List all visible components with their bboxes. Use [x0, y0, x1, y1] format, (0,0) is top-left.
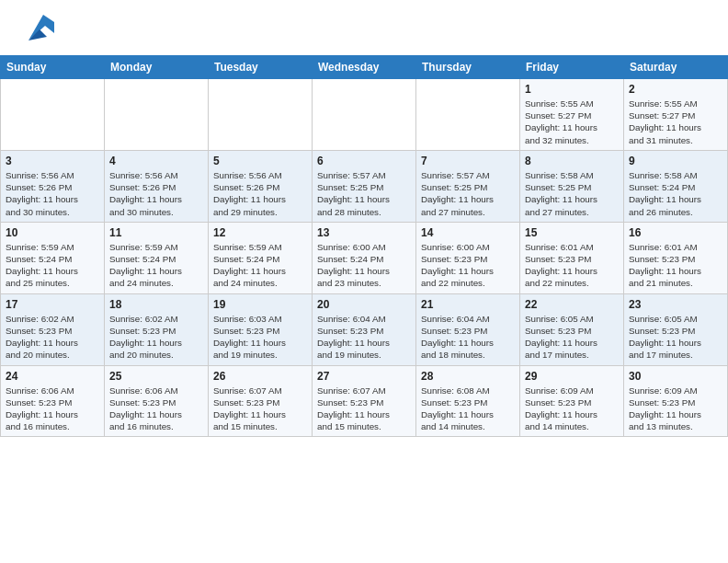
calendar-cell: 21Sunrise: 6:04 AM Sunset: 5:23 PM Dayli…: [416, 293, 520, 365]
header: [0, 0, 728, 55]
calendar-cell: 27Sunrise: 6:07 AM Sunset: 5:23 PM Dayli…: [313, 365, 416, 437]
weekday-header-saturday: Saturday: [624, 56, 728, 79]
calendar-cell: [1, 79, 105, 151]
day-number: 26: [213, 370, 307, 383]
day-info: Sunrise: 5:58 AM Sunset: 5:25 PM Dayligh…: [525, 169, 619, 218]
day-number: 23: [629, 298, 722, 311]
calendar-cell: 16Sunrise: 6:01 AM Sunset: 5:23 PM Dayli…: [624, 222, 728, 293]
calendar-cell: 29Sunrise: 6:09 AM Sunset: 5:23 PM Dayli…: [520, 365, 624, 437]
day-info: Sunrise: 6:09 AM Sunset: 5:23 PM Dayligh…: [629, 385, 722, 433]
calendar-cell: 1Sunrise: 5:55 AM Sunset: 5:27 PM Daylig…: [520, 79, 624, 151]
weekday-header-monday: Monday: [105, 56, 209, 79]
day-number: 10: [6, 226, 99, 239]
calendar-cell: 17Sunrise: 6:02 AM Sunset: 5:23 PM Dayli…: [1, 293, 105, 365]
calendar-cell: [105, 79, 209, 151]
day-info: Sunrise: 6:02 AM Sunset: 5:23 PM Dayligh…: [6, 313, 99, 362]
day-number: 3: [6, 155, 99, 167]
calendar-cell: 13Sunrise: 6:00 AM Sunset: 5:24 PM Dayli…: [313, 222, 416, 293]
calendar-cell: 4Sunrise: 5:56 AM Sunset: 5:26 PM Daylig…: [105, 150, 209, 222]
calendar-cell: 2Sunrise: 5:55 AM Sunset: 5:27 PM Daylig…: [624, 79, 728, 151]
logo-icon: [19, 13, 54, 48]
day-number: 14: [421, 226, 515, 239]
day-info: Sunrise: 6:06 AM Sunset: 5:23 PM Dayligh…: [109, 385, 203, 433]
calendar-cell: 3Sunrise: 5:56 AM Sunset: 5:26 PM Daylig…: [1, 150, 105, 222]
day-number: 8: [525, 155, 619, 167]
calendar-cell: 10Sunrise: 5:59 AM Sunset: 5:24 PM Dayli…: [1, 222, 105, 293]
day-info: Sunrise: 5:55 AM Sunset: 5:27 PM Dayligh…: [629, 98, 722, 146]
day-info: Sunrise: 6:01 AM Sunset: 5:23 PM Dayligh…: [525, 241, 619, 290]
day-info: Sunrise: 6:02 AM Sunset: 5:23 PM Dayligh…: [109, 313, 203, 362]
day-info: Sunrise: 5:57 AM Sunset: 5:25 PM Dayligh…: [317, 169, 411, 218]
weekday-header-sunday: Sunday: [1, 56, 105, 79]
day-info: Sunrise: 6:07 AM Sunset: 5:23 PM Dayligh…: [213, 385, 307, 433]
day-info: Sunrise: 5:56 AM Sunset: 5:26 PM Dayligh…: [109, 169, 203, 218]
day-number: 6: [317, 155, 411, 167]
day-number: 12: [213, 226, 307, 239]
day-number: 7: [421, 155, 515, 167]
day-number: 11: [109, 226, 203, 239]
day-number: 18: [109, 298, 203, 311]
calendar-cell: 22Sunrise: 6:05 AM Sunset: 5:23 PM Dayli…: [520, 293, 624, 365]
day-number: 5: [213, 155, 307, 167]
calendar-cell: 23Sunrise: 6:05 AM Sunset: 5:23 PM Dayli…: [624, 293, 728, 365]
calendar-cell: 24Sunrise: 6:06 AM Sunset: 5:23 PM Dayli…: [1, 365, 105, 437]
day-info: Sunrise: 6:00 AM Sunset: 5:23 PM Dayligh…: [421, 241, 515, 290]
calendar-week-row: 17Sunrise: 6:02 AM Sunset: 5:23 PM Dayli…: [1, 293, 728, 365]
calendar-week-row: 3Sunrise: 5:56 AM Sunset: 5:26 PM Daylig…: [1, 150, 728, 222]
calendar-week-row: 10Sunrise: 5:59 AM Sunset: 5:24 PM Dayli…: [1, 222, 728, 293]
day-number: 21: [421, 298, 515, 311]
day-info: Sunrise: 6:01 AM Sunset: 5:23 PM Dayligh…: [629, 241, 722, 290]
day-number: 2: [629, 83, 722, 96]
calendar-cell: [416, 79, 520, 151]
calendar-cell: 12Sunrise: 5:59 AM Sunset: 5:24 PM Dayli…: [209, 222, 313, 293]
calendar-week-row: 24Sunrise: 6:06 AM Sunset: 5:23 PM Dayli…: [1, 365, 728, 437]
calendar-table: SundayMondayTuesdayWednesdayThursdayFrid…: [0, 55, 728, 437]
calendar-cell: 11Sunrise: 5:59 AM Sunset: 5:24 PM Dayli…: [105, 222, 209, 293]
day-info: Sunrise: 5:55 AM Sunset: 5:27 PM Dayligh…: [525, 98, 619, 146]
weekday-header-thursday: Thursday: [416, 56, 520, 79]
day-info: Sunrise: 5:59 AM Sunset: 5:24 PM Dayligh…: [109, 241, 203, 290]
day-number: 27: [317, 370, 411, 383]
weekday-header-wednesday: Wednesday: [313, 56, 416, 79]
day-number: 9: [629, 155, 722, 167]
calendar-cell: [209, 79, 313, 151]
day-number: 4: [109, 155, 203, 167]
weekday-header-tuesday: Tuesday: [209, 56, 313, 79]
logo: [17, 13, 54, 48]
day-info: Sunrise: 6:04 AM Sunset: 5:23 PM Dayligh…: [317, 313, 411, 362]
day-info: Sunrise: 6:07 AM Sunset: 5:23 PM Dayligh…: [317, 385, 411, 433]
calendar-cell: 15Sunrise: 6:01 AM Sunset: 5:23 PM Dayli…: [520, 222, 624, 293]
day-number: 16: [629, 226, 722, 239]
day-info: Sunrise: 6:04 AM Sunset: 5:23 PM Dayligh…: [421, 313, 515, 362]
day-number: 19: [213, 298, 307, 311]
calendar-cell: 18Sunrise: 6:02 AM Sunset: 5:23 PM Dayli…: [105, 293, 209, 365]
day-info: Sunrise: 6:03 AM Sunset: 5:23 PM Dayligh…: [213, 313, 307, 362]
day-info: Sunrise: 5:59 AM Sunset: 5:24 PM Dayligh…: [213, 241, 307, 290]
day-number: 1: [525, 83, 619, 96]
calendar-cell: 7Sunrise: 5:57 AM Sunset: 5:25 PM Daylig…: [416, 150, 520, 222]
day-number: 24: [6, 370, 99, 383]
day-number: 29: [525, 370, 619, 383]
calendar-cell: 5Sunrise: 5:56 AM Sunset: 5:26 PM Daylig…: [209, 150, 313, 222]
day-info: Sunrise: 5:58 AM Sunset: 5:24 PM Dayligh…: [629, 169, 722, 218]
day-info: Sunrise: 5:59 AM Sunset: 5:24 PM Dayligh…: [6, 241, 99, 290]
weekday-header-friday: Friday: [520, 56, 624, 79]
day-number: 22: [525, 298, 619, 311]
day-info: Sunrise: 6:09 AM Sunset: 5:23 PM Dayligh…: [525, 385, 619, 433]
day-number: 20: [317, 298, 411, 311]
day-info: Sunrise: 6:06 AM Sunset: 5:23 PM Dayligh…: [6, 385, 99, 433]
calendar-cell: 26Sunrise: 6:07 AM Sunset: 5:23 PM Dayli…: [209, 365, 313, 437]
calendar-week-row: 1Sunrise: 5:55 AM Sunset: 5:27 PM Daylig…: [1, 79, 728, 151]
calendar-cell: 19Sunrise: 6:03 AM Sunset: 5:23 PM Dayli…: [209, 293, 313, 365]
calendar-cell: 20Sunrise: 6:04 AM Sunset: 5:23 PM Dayli…: [313, 293, 416, 365]
day-number: 17: [6, 298, 99, 311]
day-info: Sunrise: 6:05 AM Sunset: 5:23 PM Dayligh…: [525, 313, 619, 362]
day-number: 15: [525, 226, 619, 239]
calendar-cell: 14Sunrise: 6:00 AM Sunset: 5:23 PM Dayli…: [416, 222, 520, 293]
calendar-cell: 30Sunrise: 6:09 AM Sunset: 5:23 PM Dayli…: [624, 365, 728, 437]
weekday-header-row: SundayMondayTuesdayWednesdayThursdayFrid…: [1, 56, 728, 79]
day-info: Sunrise: 5:56 AM Sunset: 5:26 PM Dayligh…: [6, 169, 99, 218]
day-info: Sunrise: 5:57 AM Sunset: 5:25 PM Dayligh…: [421, 169, 515, 218]
calendar-cell: 25Sunrise: 6:06 AM Sunset: 5:23 PM Dayli…: [105, 365, 209, 437]
calendar-cell: 28Sunrise: 6:08 AM Sunset: 5:23 PM Dayli…: [416, 365, 520, 437]
